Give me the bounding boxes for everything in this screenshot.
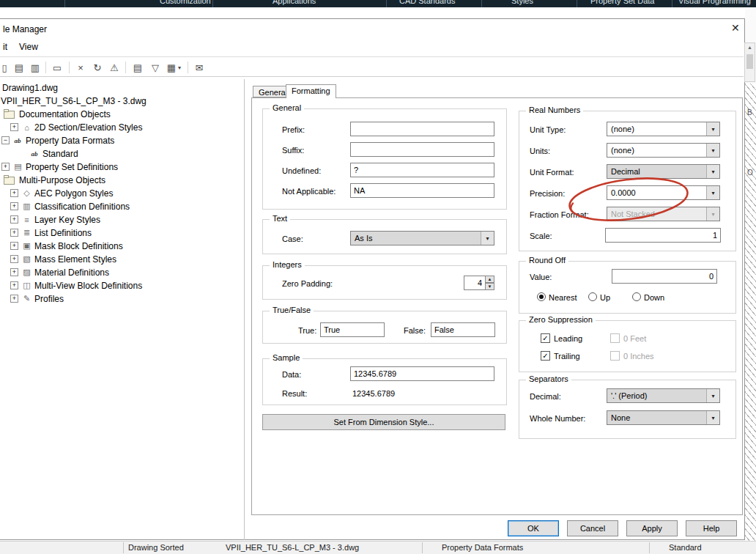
menu-view[interactable]: View — [19, 42, 38, 52]
send-email-icon[interactable]: ✉ — [192, 60, 207, 75]
synchronize-icon[interactable]: ↻ — [90, 60, 105, 75]
whole-number-separator-combo[interactable]: None ▾ — [607, 410, 720, 425]
expander-icon[interactable]: + — [1, 163, 10, 171]
prefix-input[interactable] — [350, 122, 494, 136]
unit-format-combo[interactable]: Decimal ▾ — [607, 164, 720, 179]
paste-icon[interactable]: ▥ — [28, 60, 42, 75]
tree-item-classification-definitions[interactable]: + ▥ Classification Definitions — [0, 200, 243, 213]
tree-item-standard[interactable]: ab Standard — [0, 147, 243, 160]
round-down-radio[interactable] — [632, 292, 641, 301]
false-input[interactable] — [431, 322, 495, 337]
tab-formatting[interactable]: Formatting — [286, 84, 336, 98]
scroll-up-icon[interactable]: ▲ — [745, 43, 755, 52]
expander-icon[interactable]: + — [10, 215, 18, 224]
open-drawing-icon[interactable]: ▭ — [50, 60, 64, 75]
expander-icon[interactable]: + — [10, 229, 18, 237]
case-combo[interactable]: As Is ▾ — [350, 231, 494, 245]
decimal-separator-combo[interactable]: '.' (Period) ▾ — [607, 388, 720, 403]
ribbon-tab-visual-programming[interactable]: Visual Programming — [678, 0, 751, 5]
tree-item-list-definitions[interactable]: + ≣ List Definitions — [0, 226, 243, 239]
vertical-scrollbar[interactable]: ▲ — [744, 43, 755, 82]
chevron-down-icon[interactable]: ▾ — [481, 232, 494, 245]
undefined-input[interactable] — [350, 163, 494, 177]
round-off-value-label: Value: — [530, 273, 552, 281]
precision-combo[interactable]: 0.0000 ▾ — [607, 185, 720, 200]
edge-text: O — [747, 169, 753, 177]
fraction-format-combo: Not Stacked ▾ — [607, 207, 720, 221]
tree-item-multi-purpose-objects[interactable]: Multi-Purpose Objects — [0, 174, 243, 186]
copy-icon[interactable]: ▤ — [12, 60, 26, 75]
tree-item-profiles[interactable]: + ✎ Profiles — [0, 292, 243, 305]
precision-combo-value: 0.0000 — [607, 186, 706, 199]
ribbon-tab-customization[interactable]: Customization — [160, 0, 211, 5]
help-button[interactable]: Help — [686, 520, 737, 536]
sample-data-input[interactable] — [350, 366, 494, 381]
pane-splitter[interactable] — [244, 79, 245, 540]
layer-key-icon: ≡ — [21, 215, 32, 224]
spinner-up-icon[interactable]: ▲ — [485, 276, 494, 283]
true-input[interactable] — [320, 322, 385, 337]
menu-edit[interactable]: it — [3, 42, 7, 52]
spinner-down-icon[interactable]: ▼ — [485, 283, 494, 290]
tree-item-vpii-drawing[interactable]: VPII_HER_TU_S6-L_CP_M3 - 3.dwg — [0, 95, 243, 107]
round-up-radio[interactable] — [588, 292, 597, 301]
tree-item-material-definitions[interactable]: + ▨ Material Definitions — [0, 266, 243, 278]
status-sort-mode: Drawing Sorted — [128, 543, 184, 552]
ok-button[interactable]: OK — [508, 520, 559, 536]
chevron-down-icon[interactable]: ▾ — [706, 122, 719, 136]
expander-icon[interactable]: + — [10, 295, 18, 303]
round-down-label: Down — [644, 293, 664, 302]
apply-button[interactable]: Apply — [626, 520, 678, 536]
suffix-input[interactable] — [350, 142, 494, 157]
round-nearest-radio[interactable] — [537, 292, 546, 301]
expander-icon[interactable]: − — [1, 136, 10, 144]
ribbon-tab-property-set-data[interactable]: Property Set Data — [590, 0, 654, 5]
fraction-format-combo-value: Not Stacked — [607, 207, 706, 221]
tree-item-property-data-formats[interactable]: − ab Property Data Formats — [0, 134, 243, 147]
trailing-checkbox[interactable]: ✓ — [541, 351, 550, 361]
not-applicable-input[interactable] — [350, 183, 494, 198]
expander-icon[interactable]: + — [10, 202, 18, 210]
chevron-down-icon[interactable]: ▾ — [706, 144, 719, 157]
tree-item-drawing1[interactable]: Drawing1.dwg — [0, 81, 243, 94]
close-icon[interactable]: ✕ — [731, 22, 740, 34]
round-off-value-input[interactable] — [612, 269, 717, 284]
delete-style-icon[interactable]: × — [73, 60, 88, 75]
tree-item-mass-element-styles[interactable]: + ▧ Mass Element Styles — [0, 253, 243, 265]
filter-icon[interactable]: ▽ — [148, 60, 163, 75]
tree-item-layer-key-styles[interactable]: + ≡ Layer Key Styles — [0, 213, 243, 226]
leading-checkbox[interactable]: ✓ — [541, 333, 550, 343]
tree-item-documentation-objects[interactable]: Documentation Objects — [0, 108, 243, 120]
expander-icon[interactable]: + — [10, 268, 18, 276]
chevron-down-icon[interactable]: ▾ — [706, 186, 719, 199]
new-drawing-icon[interactable]: ▯ — [0, 60, 12, 75]
tree-item-2d-section-elevation-styles[interactable]: + ⌂ 2D Section/Elevation Styles — [0, 121, 243, 133]
expander-icon[interactable]: + — [10, 189, 18, 197]
ribbon-tab-styles[interactable]: Styles — [511, 0, 533, 5]
tree-item-mask-block-definitions[interactable]: + ▣ Mask Block Definitions — [0, 240, 243, 252]
expander-icon[interactable]: + — [10, 123, 18, 131]
tree-item-aec-polygon-styles[interactable]: + ◇ AEC Polygon Styles — [0, 187, 243, 199]
columns-dropdown-icon[interactable]: ▾ — [176, 60, 183, 75]
ribbon-tab-applications[interactable]: Applications — [273, 0, 316, 5]
tree-item-label: Drawing1.dwg — [2, 83, 58, 93]
units-combo[interactable]: (none) ▾ — [607, 143, 720, 158]
set-from-dimension-style-button[interactable]: Set From Dimension Style... — [262, 414, 505, 430]
zero-padding-input[interactable] — [464, 276, 486, 290]
chevron-down-icon[interactable]: ▾ — [706, 389, 719, 402]
chevron-down-icon[interactable]: ▾ — [706, 165, 719, 178]
expander-icon[interactable]: + — [10, 281, 18, 289]
ribbon-tab-cad-standards[interactable]: CAD Standards — [399, 0, 455, 5]
chevron-down-icon[interactable]: ▾ — [706, 411, 719, 424]
zero-padding-stepper[interactable]: ▲ ▼ — [485, 276, 494, 290]
expander-icon[interactable]: + — [10, 255, 18, 263]
copy-styles-icon[interactable]: ▤ — [130, 60, 145, 75]
scrollbar-thumb[interactable] — [746, 54, 753, 69]
purge-icon[interactable]: ⚠ — [107, 60, 122, 75]
expander-icon[interactable]: + — [10, 242, 18, 250]
tree-item-multi-view-block-definitions[interactable]: + ◫ Multi-View Block Definitions — [0, 279, 243, 292]
scale-input[interactable] — [605, 228, 721, 243]
cancel-button[interactable]: Cancel — [567, 520, 618, 536]
tree-item-property-set-definitions[interactable]: + ▤ Property Set Definitions — [0, 160, 243, 173]
unit-type-combo[interactable]: (none) ▾ — [607, 122, 720, 136]
